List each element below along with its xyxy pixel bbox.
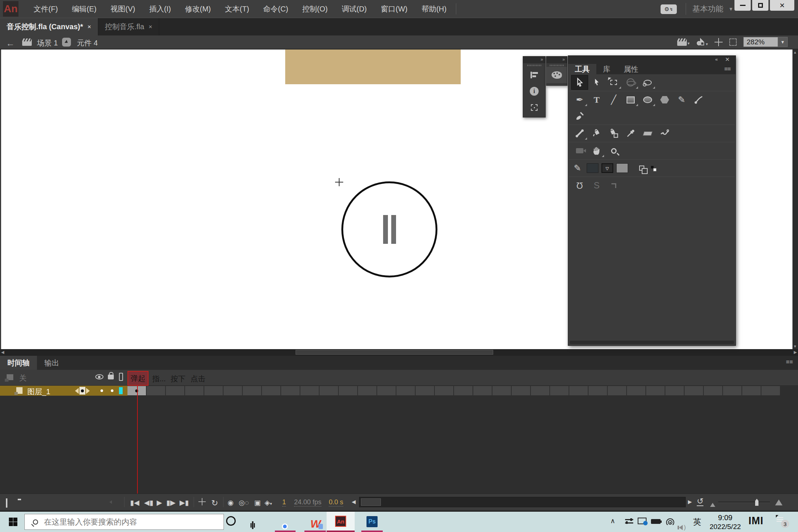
brush-tool[interactable] (571, 109, 588, 123)
menu-item[interactable]: 修改(M) (178, 0, 218, 18)
expand-panels-icon[interactable]: » (546, 57, 567, 63)
snap-magnet-icon[interactable]: Ω (571, 178, 588, 193)
menu-item[interactable]: 视图(V) (103, 0, 142, 18)
maximize-button[interactable] (752, 0, 768, 11)
frame-cell[interactable] (358, 386, 376, 395)
frame-cell[interactable] (204, 386, 223, 395)
show-hide-all-layers-icon[interactable] (95, 374, 103, 379)
tray-sync-icon[interactable] (638, 518, 647, 524)
timeline-menu-icon[interactable]: ≡≡ (786, 359, 793, 365)
tools-panel-scrollbar[interactable] (570, 341, 734, 344)
frame-cell[interactable] (320, 386, 338, 395)
zoom-tool[interactable] (605, 143, 622, 158)
timeline-zoom-handle[interactable] (755, 499, 758, 506)
eyedropper-tool[interactable] (622, 126, 639, 141)
modify-markers-icon[interactable]: ◈▾ (265, 498, 272, 507)
tab-properties[interactable]: 属性 (617, 64, 645, 74)
language-indicator[interactable]: 英 (693, 516, 701, 532)
collapse-panel-icon[interactable]: « (715, 57, 718, 62)
layer-parenting-icon[interactable] (7, 374, 13, 380)
go-to-first-frame-button[interactable]: ▮◀ (130, 498, 139, 507)
close-button[interactable]: ✕ (770, 0, 794, 11)
frame-cell[interactable] (300, 386, 319, 395)
smooth-icon[interactable]: S (588, 178, 605, 193)
close-panel-icon[interactable]: ✕ (725, 56, 730, 63)
transform-panel-button[interactable] (523, 99, 545, 116)
zoom-out-frames-icon[interactable] (710, 501, 715, 509)
speaker-icon[interactable]: ) (679, 517, 686, 532)
layer-visibility-dot[interactable] (100, 389, 103, 392)
timeline-scrollbar-thumb[interactable] (361, 498, 381, 506)
dock-grip[interactable] (527, 65, 541, 66)
layer-outline-color-swatch[interactable] (119, 387, 123, 394)
play-button[interactable]: ▶ (157, 498, 162, 507)
frame-cell[interactable] (646, 386, 665, 395)
frame-cells[interactable] (127, 386, 798, 395)
animate-taskbar-active[interactable]: An (327, 512, 355, 532)
scrollbar-thumb[interactable] (296, 350, 493, 355)
frame-cell[interactable] (262, 386, 280, 395)
document-tab[interactable]: 控制音乐.fla × (98, 18, 160, 35)
frame-cell[interactable] (589, 386, 607, 395)
frame-cell[interactable] (185, 386, 204, 395)
frame-cell[interactable] (550, 386, 569, 395)
timeline-scroll-right-icon[interactable]: ▶ (688, 499, 692, 505)
menu-item[interactable]: 控制(O) (295, 0, 335, 18)
menu-item[interactable]: 帮助(H) (415, 0, 454, 18)
frame-cell[interactable] (339, 386, 357, 395)
next-keyframe-icon[interactable] (86, 388, 90, 394)
layer-name[interactable]: 图层_1 (27, 387, 50, 397)
new-layer-button[interactable] (6, 494, 7, 502)
pencil-tool[interactable]: ✎ (673, 92, 690, 107)
frame-cell[interactable] (147, 386, 165, 395)
minimize-button[interactable] (734, 0, 751, 11)
reset-timeline-zoom-icon[interactable]: ↺ (697, 497, 703, 506)
frame-cell[interactable] (243, 386, 261, 395)
frame-rate-value[interactable]: 24.00 fps (294, 498, 321, 507)
fill-bucket-icon[interactable]: 🜄 (601, 163, 613, 173)
menu-item[interactable]: 调试(D) (335, 0, 374, 18)
frame-cell[interactable] (224, 386, 242, 395)
frame-label-hit[interactable]: 点击 (191, 374, 205, 384)
current-frame-value[interactable]: 1 (282, 498, 286, 507)
frame-cell[interactable] (627, 386, 645, 395)
horizontal-scrollbar[interactable]: ◀ ▶ (0, 349, 798, 356)
frame-cell[interactable] (685, 386, 703, 395)
breadcrumb-symbol-label[interactable]: 元件 4 (77, 38, 98, 48)
menu-item[interactable]: 窗口(W) (374, 0, 415, 18)
step-back-button[interactable]: ◀▮ (144, 498, 153, 507)
frame-cell[interactable] (166, 386, 184, 395)
keyframe-nav-controls[interactable] (75, 387, 90, 395)
tab-timeline[interactable]: 时间轴 (0, 356, 37, 370)
scroll-left-icon[interactable]: ◀ (1, 350, 4, 355)
prev-keyframe-icon[interactable] (75, 388, 79, 394)
oval-tool[interactable] (639, 92, 656, 107)
go-to-last-frame-button[interactable]: ▶▮ (180, 498, 189, 507)
color-panel-button[interactable] (546, 67, 567, 83)
layer-name-cell[interactable]: 图层_1 (0, 386, 127, 396)
width-tool[interactable] (656, 126, 673, 141)
timeline-scroll-left-icon[interactable]: ◀ (352, 499, 356, 505)
tab-tools[interactable]: 工具 (568, 64, 596, 74)
frame-cell[interactable] (416, 386, 434, 395)
line-tool[interactable]: ╱ (605, 92, 622, 107)
layer-parenting-toggle[interactable]: 关 (19, 373, 27, 383)
onion-skin-outlines-icon[interactable]: ◎◌ (239, 498, 249, 507)
playhead-line[interactable] (137, 386, 138, 494)
tray-mixer-icon[interactable] (625, 518, 633, 524)
battery-icon[interactable] (651, 519, 661, 524)
zoom-in-frames-icon[interactable] (775, 499, 782, 507)
tab-library[interactable]: 库 (596, 64, 617, 74)
search-input[interactable] (43, 517, 198, 527)
insert-keyframe-icon[interactable] (79, 387, 85, 395)
menu-item[interactable]: 命令(C) (256, 0, 295, 18)
frame-cell[interactable] (761, 386, 780, 395)
pause-button-symbol[interactable] (341, 181, 437, 277)
close-tab-icon[interactable]: × (149, 23, 152, 31)
clock[interactable]: 9:09 2022/5/22 (705, 513, 746, 532)
swap-colors-icon[interactable] (651, 166, 655, 170)
paint-bucket-tool[interactable] (605, 126, 622, 141)
info-panel-button[interactable]: i (523, 83, 545, 99)
back-arrow-icon[interactable]: ← (6, 38, 15, 48)
vertical-scrollbar[interactable]: ▲ ▼ (792, 50, 798, 349)
